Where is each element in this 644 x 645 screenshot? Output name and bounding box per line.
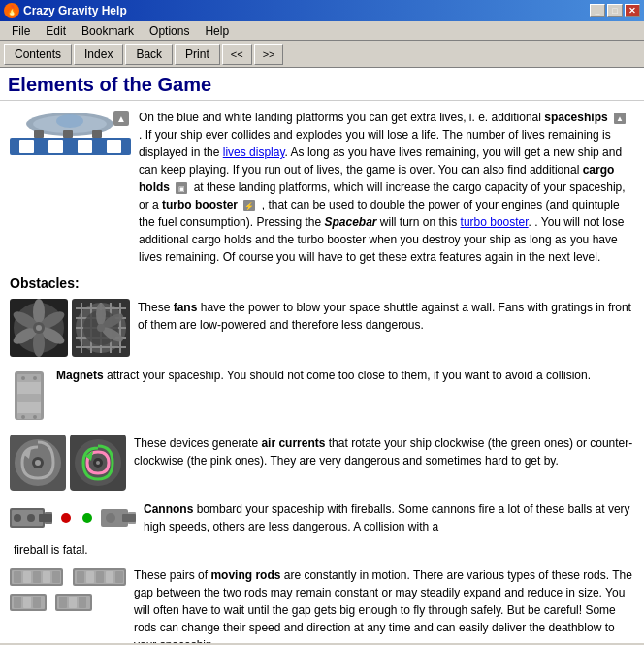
magnet-images bbox=[10, 367, 48, 425]
back-button[interactable]: Back bbox=[125, 44, 173, 65]
toolbar: Contents Index Back Print << >> bbox=[0, 41, 644, 68]
svg-rect-87 bbox=[106, 571, 113, 583]
svg-rect-78 bbox=[23, 571, 31, 583]
minimize-button[interactable]: _ bbox=[590, 4, 605, 17]
fans-label: fans bbox=[174, 301, 198, 314]
svg-rect-88 bbox=[115, 571, 123, 583]
moving-rods-section: These pairs of moving rods are constantl… bbox=[10, 566, 634, 643]
rods-images bbox=[10, 566, 126, 613]
print-button[interactable]: Print bbox=[175, 44, 220, 65]
svg-text:⚡: ⚡ bbox=[244, 201, 254, 210]
app-icon: 🔥 bbox=[4, 3, 19, 18]
svg-rect-92 bbox=[23, 597, 31, 608]
svg-rect-10 bbox=[92, 130, 102, 138]
window-title: Crazy Gravity Help bbox=[23, 4, 127, 17]
prev-button[interactable]: << bbox=[222, 44, 252, 65]
rods-label: moving rods bbox=[210, 568, 280, 582]
svg-rect-86 bbox=[96, 571, 104, 583]
spacebar-label: Spacebar bbox=[324, 215, 376, 229]
svg-text:▲: ▲ bbox=[116, 113, 126, 124]
magnets-row: Magnets attract your spaceship. You shou… bbox=[10, 367, 634, 425]
air-device-images bbox=[10, 435, 126, 491]
cannon-images bbox=[10, 504, 136, 532]
svg-rect-77 bbox=[14, 571, 21, 583]
air-label: air currents bbox=[261, 436, 325, 450]
intro-text: On the blue and white landing platforms … bbox=[139, 109, 634, 266]
svg-point-28 bbox=[36, 325, 42, 331]
maximize-button[interactable]: □ bbox=[607, 4, 623, 17]
content-area[interactable]: ▲ On the blue and white landing platform… bbox=[0, 101, 644, 643]
window-controls[interactable]: _ □ ✕ bbox=[590, 4, 640, 17]
svg-text:▣: ▣ bbox=[178, 185, 185, 192]
svg-rect-85 bbox=[86, 571, 94, 583]
svg-rect-8 bbox=[34, 130, 44, 138]
title-bar: 🔥 Crazy Gravity Help _ □ ✕ bbox=[0, 0, 644, 21]
svg-rect-1 bbox=[19, 140, 34, 153]
cannons-section: Cannons bombard your spaceship with fire… bbox=[10, 500, 634, 559]
contents-button[interactable]: Contents bbox=[4, 44, 72, 65]
svg-point-56 bbox=[33, 415, 37, 419]
svg-point-55 bbox=[21, 415, 25, 419]
svg-rect-73 bbox=[122, 514, 136, 522]
svg-point-70 bbox=[27, 514, 35, 522]
close-button[interactable]: ✕ bbox=[625, 4, 640, 17]
svg-rect-80 bbox=[43, 571, 50, 583]
svg-rect-3 bbox=[78, 140, 92, 153]
fireball-dot-green bbox=[82, 513, 92, 523]
air-text: These devices generate air currents that… bbox=[134, 435, 634, 469]
svg-rect-81 bbox=[52, 571, 60, 583]
intro-section: ▲ On the blue and white landing platform… bbox=[10, 109, 634, 266]
page-title: Elements of the Game bbox=[8, 74, 636, 96]
svg-rect-50 bbox=[17, 394, 41, 402]
menu-help[interactable]: Help bbox=[197, 22, 237, 40]
svg-rect-98 bbox=[79, 597, 86, 608]
next-button[interactable]: >> bbox=[254, 44, 284, 65]
svg-rect-52 bbox=[17, 413, 41, 419]
svg-rect-48 bbox=[17, 374, 41, 382]
menu-edit[interactable]: Edit bbox=[38, 22, 74, 40]
lives-display-link[interactable]: lives display bbox=[223, 145, 285, 159]
svg-rect-51 bbox=[17, 403, 41, 411]
svg-rect-84 bbox=[77, 571, 84, 583]
fans-row: These fans have the power to blow your s… bbox=[10, 299, 634, 357]
turbo-link[interactable]: turbo booster bbox=[461, 215, 529, 229]
svg-point-53 bbox=[21, 376, 25, 380]
svg-rect-91 bbox=[14, 597, 21, 608]
svg-rect-49 bbox=[17, 384, 41, 392]
cannons-text: Cannons bombard your spaceship with fire… bbox=[144, 500, 634, 535]
svg-rect-68 bbox=[39, 514, 52, 522]
turbo-booster-label: turbo booster bbox=[162, 198, 238, 211]
svg-rect-4 bbox=[107, 140, 121, 153]
rods-text: These pairs of moving rods are constantl… bbox=[134, 566, 634, 643]
menu-bar: File Edit Bookmark Options Help bbox=[0, 21, 644, 41]
svg-rect-97 bbox=[69, 597, 77, 608]
air-currents-row: These devices generate air currents that… bbox=[10, 435, 634, 491]
svg-rect-79 bbox=[33, 571, 41, 583]
cannons-label: Cannons bbox=[144, 502, 193, 516]
fan-images bbox=[10, 299, 130, 357]
magnets-label: Magnets bbox=[56, 369, 104, 382]
magnets-text: Magnets attract your spaceship. You shou… bbox=[56, 367, 591, 384]
svg-point-7 bbox=[56, 114, 83, 128]
menu-options[interactable]: Options bbox=[142, 22, 197, 40]
svg-point-45 bbox=[97, 324, 105, 332]
fans-text: These fans have the power to blow your s… bbox=[138, 299, 634, 334]
spaceship-image: ▲ bbox=[10, 109, 131, 158]
cannon-text-continued: fireball is fatal. bbox=[14, 541, 634, 559]
menu-bookmark[interactable]: Bookmark bbox=[74, 22, 142, 40]
svg-point-60 bbox=[35, 460, 41, 466]
svg-rect-2 bbox=[48, 140, 63, 153]
cannons-row: Cannons bombard your spaceship with fire… bbox=[10, 500, 634, 535]
fireball-dot-red bbox=[61, 513, 71, 523]
svg-point-69 bbox=[14, 514, 21, 522]
svg-point-54 bbox=[33, 376, 37, 380]
svg-rect-96 bbox=[59, 597, 67, 608]
svg-text:▲: ▲ bbox=[616, 114, 624, 123]
svg-point-74 bbox=[106, 513, 115, 523]
obstacles-heading: Obstacles: bbox=[10, 275, 634, 291]
menu-file[interactable]: File bbox=[4, 22, 38, 40]
index-button[interactable]: Index bbox=[74, 44, 123, 65]
svg-rect-93 bbox=[33, 597, 41, 608]
svg-point-64 bbox=[96, 461, 100, 465]
svg-rect-9 bbox=[63, 130, 73, 138]
